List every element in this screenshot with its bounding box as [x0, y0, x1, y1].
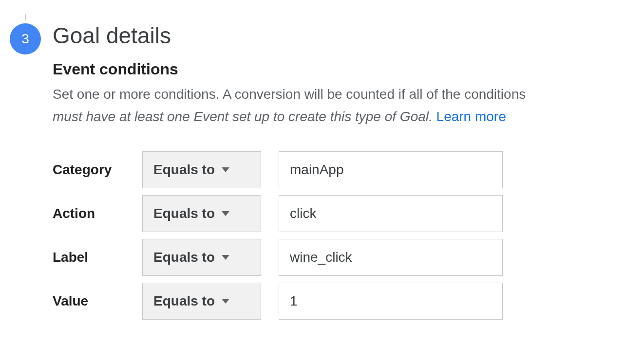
value-operator-select[interactable]: Equals to	[142, 283, 261, 320]
label-value-input[interactable]	[279, 239, 503, 276]
condition-row-action: Action Equals to	[53, 195, 634, 232]
condition-label: Action	[53, 206, 142, 221]
operator-text: Equals to	[153, 293, 215, 309]
action-operator-select[interactable]: Equals to	[142, 195, 261, 232]
condition-label: Label	[53, 250, 142, 265]
caret-down-icon	[222, 211, 229, 216]
action-value-input[interactable]	[279, 195, 503, 232]
step-number: 3	[21, 31, 29, 47]
step-content: Goal details Event conditions Set one or…	[53, 19, 634, 320]
operator-text: Equals to	[153, 250, 215, 265]
conditions-hint: must have at least one Event set up to c…	[53, 107, 634, 127]
condition-row-value: Value Equals to	[53, 283, 634, 320]
conditions-table: Category Equals to Action Equals to Labe…	[53, 151, 634, 320]
hint-text: must have at least one Event set up to c…	[53, 109, 433, 124]
learn-more-link[interactable]: Learn more	[436, 109, 506, 124]
value-value-input[interactable]	[279, 283, 503, 320]
condition-label: Category	[53, 162, 142, 178]
goal-details-heading: Goal details	[53, 22, 634, 49]
category-operator-select[interactable]: Equals to	[142, 151, 261, 188]
conditions-description: Set one or more conditions. A conversion…	[53, 84, 634, 105]
condition-row-category: Category Equals to	[53, 151, 634, 188]
caret-down-icon	[222, 299, 229, 304]
caret-down-icon	[222, 167, 229, 172]
label-operator-select[interactable]: Equals to	[142, 239, 261, 276]
caret-down-icon	[222, 255, 229, 260]
condition-row-label: Label Equals to	[53, 239, 634, 276]
goal-details-step: 3 Goal details Event conditions Set one …	[10, 19, 634, 320]
step-number-badge: 3	[10, 23, 41, 54]
condition-label: Value	[53, 293, 142, 309]
event-conditions-subheading: Event conditions	[53, 60, 634, 78]
operator-text: Equals to	[153, 206, 215, 221]
category-value-input[interactable]	[279, 151, 503, 188]
operator-text: Equals to	[153, 162, 215, 178]
